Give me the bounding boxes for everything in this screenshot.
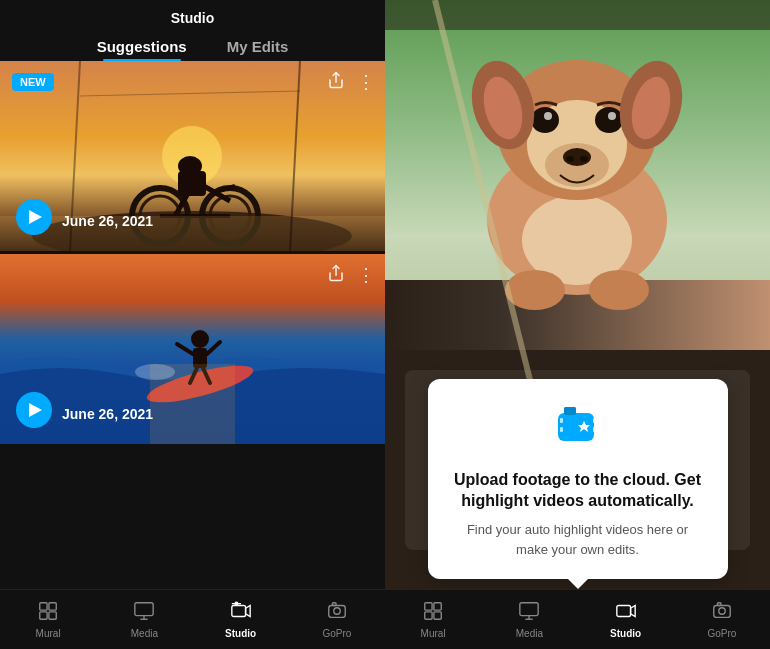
nav-mural-label-right: Mural [421, 628, 446, 639]
nav-mural-label-left: Mural [36, 628, 61, 639]
svg-rect-81 [520, 603, 538, 616]
cloud-upload-icon [450, 403, 706, 460]
play-button-1[interactable] [16, 199, 52, 235]
studio-icon-right [615, 600, 637, 625]
right-bottom-nav: Mural Media Studio [385, 589, 770, 649]
svg-point-59 [531, 107, 559, 133]
svg-point-60 [595, 107, 623, 133]
svg-point-57 [566, 156, 574, 162]
svg-point-68 [589, 270, 649, 310]
nav-gopro-right[interactable]: GoPro [692, 600, 752, 639]
svg-rect-15 [0, 216, 385, 251]
svg-rect-75 [593, 418, 596, 423]
svg-point-61 [544, 112, 552, 120]
svg-rect-31 [40, 603, 47, 610]
svg-rect-34 [49, 612, 56, 619]
nav-gopro-left[interactable]: GoPro [307, 600, 367, 639]
svg-point-43 [334, 608, 340, 614]
right-panel: Upload footage to the cloud. Get highlig… [385, 0, 770, 649]
popup-tooltip: Upload footage to the cloud. Get highlig… [428, 379, 728, 579]
popup-title: Upload footage to the cloud. Get highlig… [450, 470, 706, 512]
more-icon-1[interactable]: ⋮ [357, 71, 375, 94]
svg-rect-33 [40, 612, 47, 619]
left-header: Studio Suggestions My Edits [0, 0, 385, 61]
card-icons-1: ⋮ [327, 71, 375, 94]
tabs-container: Suggestions My Edits [0, 32, 385, 61]
nav-mural-right[interactable]: Mural [403, 600, 463, 639]
nav-media-left[interactable]: Media [114, 600, 174, 639]
new-badge: NEW [12, 73, 54, 91]
svg-rect-76 [593, 427, 596, 432]
tab-suggestions[interactable]: Suggestions [77, 32, 207, 61]
nav-studio-label-right: Studio [610, 628, 641, 639]
svg-rect-38 [231, 606, 245, 617]
svg-point-22 [191, 330, 209, 348]
svg-point-58 [580, 156, 588, 162]
svg-rect-78 [434, 603, 441, 610]
mural-icon-left [37, 600, 59, 625]
svg-rect-35 [135, 603, 153, 616]
svg-point-86 [719, 608, 725, 614]
more-icon-2[interactable]: ⋮ [357, 264, 375, 287]
svg-rect-77 [425, 603, 432, 610]
nav-studio-label-left: Studio [225, 628, 256, 639]
tab-my-edits[interactable]: My Edits [207, 32, 309, 61]
svg-rect-84 [616, 606, 630, 617]
video-list: NEW ⋮ June 26, 2021 [0, 61, 385, 589]
nav-studio-left[interactable]: Studio [211, 600, 271, 639]
svg-rect-32 [49, 603, 56, 610]
play-icon-1 [29, 210, 42, 224]
video-card-surf[interactable]: ⋮ June 26, 2021 [0, 254, 385, 444]
left-bottom-nav: Mural Media Stud [0, 589, 385, 649]
nav-mural-left[interactable]: Mural [18, 600, 78, 639]
studio-icon-left [230, 600, 252, 625]
play-icon-2 [29, 403, 42, 417]
share-icon-1[interactable] [327, 71, 345, 94]
nav-media-right[interactable]: Media [499, 600, 559, 639]
svg-rect-44 [332, 603, 336, 606]
svg-rect-79 [425, 612, 432, 619]
svg-rect-70 [558, 413, 594, 441]
svg-rect-72 [564, 407, 576, 415]
media-icon-right [518, 600, 540, 625]
card-date-1: June 26, 2021 [62, 213, 153, 229]
popup-description: Find your auto highlight videos here or … [450, 520, 706, 559]
gopro-icon-left [326, 600, 348, 625]
card-date-2: June 26, 2021 [62, 406, 153, 422]
nav-studio-right[interactable]: Studio [596, 600, 656, 639]
media-icon-left [133, 600, 155, 625]
left-panel: Studio Suggestions My Edits [0, 0, 385, 649]
play-button-2[interactable] [16, 392, 52, 428]
svg-point-29 [135, 364, 175, 380]
left-header-title: Studio [0, 10, 385, 26]
gopro-icon-right [711, 600, 733, 625]
video-card-moto[interactable]: NEW ⋮ June 26, 2021 [0, 61, 385, 251]
share-icon-2[interactable] [327, 264, 345, 287]
svg-rect-73 [560, 418, 563, 423]
mural-icon-right [422, 600, 444, 625]
svg-point-62 [608, 112, 616, 120]
nav-gopro-label-right: GoPro [707, 628, 736, 639]
nav-gopro-label-left: GoPro [322, 628, 351, 639]
svg-point-39 [235, 602, 238, 605]
nav-media-label-left: Media [131, 628, 158, 639]
card-icons-2: ⋮ [327, 264, 375, 287]
svg-rect-87 [717, 603, 721, 606]
svg-rect-12 [178, 171, 206, 196]
svg-rect-80 [434, 612, 441, 619]
nav-media-label-right: Media [516, 628, 543, 639]
svg-rect-74 [560, 427, 563, 432]
